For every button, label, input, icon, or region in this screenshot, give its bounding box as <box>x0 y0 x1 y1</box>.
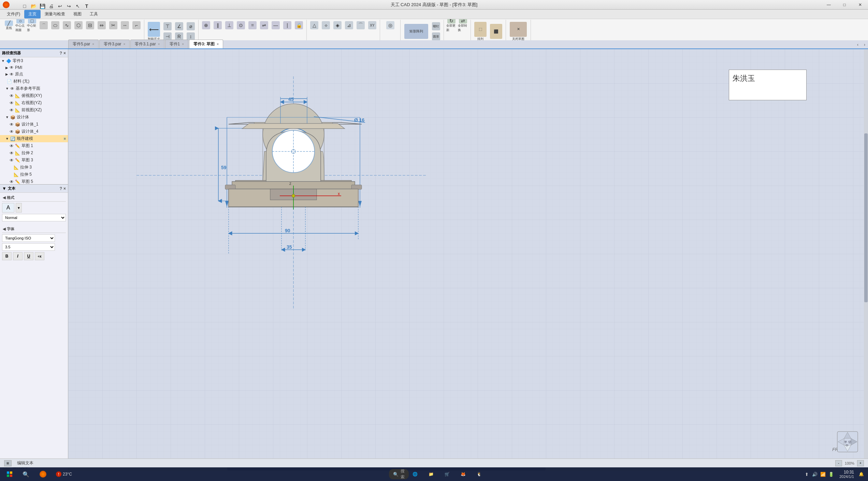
block2-button[interactable]: ⬛ <box>489 20 504 42</box>
smart5-button[interactable]: ⌒ <box>355 20 366 30</box>
tab-part1[interactable]: 零件1 × <box>165 40 189 48</box>
ellipse-button[interactable]: ⬭ <box>50 20 61 30</box>
print-button[interactable]: 🖨 <box>47 2 55 10</box>
start-button[interactable] <box>3 467 16 481</box>
maximize-button[interactable]: □ <box>837 0 852 10</box>
style-dropdown-arrow[interactable]: ▼ <box>16 203 22 213</box>
rect-button[interactable]: □ 中心矩形 <box>27 20 38 30</box>
pointer-button[interactable]: ↖ <box>74 2 82 10</box>
tree-item-frontview[interactable]: 👁📐 前视图(XZ) <box>0 106 68 114</box>
zoom-in-button[interactable]: + <box>857 460 864 466</box>
tab-part3-sketch[interactable]: 零件3: 草图 × <box>189 40 223 48</box>
menu-tools[interactable]: 工具 <box>86 10 102 18</box>
undo-button[interactable]: ↩ <box>56 2 64 10</box>
vertical-scrollbar[interactable] <box>864 49 868 471</box>
tab-close-2[interactable]: × <box>158 42 160 46</box>
notification-button[interactable]: 🔔 <box>859 472 864 477</box>
vertical-button[interactable]: | <box>282 20 293 30</box>
hole-btn[interactable]: ◎ <box>385 20 396 30</box>
offset-button[interactable]: ⊟ <box>85 20 96 30</box>
new-button[interactable]: □ <box>20 2 29 10</box>
menu-file[interactable]: 文件(F) <box>3 10 24 18</box>
panel-help-icon[interactable]: ? <box>60 51 62 56</box>
tree-item-ordered[interactable]: ▼ 🔄 顺序建模 ≡ <box>0 135 68 142</box>
save-button[interactable]: 💾 <box>38 2 46 10</box>
search-taskbar-button[interactable]: 🔍 <box>19 467 33 481</box>
tab-close-1[interactable]: × <box>124 42 126 46</box>
bold-button[interactable]: B <box>2 252 12 260</box>
smart4-button[interactable]: ⊿ <box>344 20 355 30</box>
line-button[interactable]: ╱ 直线 <box>3 20 14 30</box>
smart3-button[interactable]: ◈ <box>332 20 343 30</box>
canvas-area[interactable]: z 45 Ø 16 59 90 35 12 <box>68 49 868 471</box>
extend-button[interactable]: ↔ <box>119 20 130 30</box>
tree-item-pmi[interactable]: ▶ 👁 PMI <box>0 64 68 71</box>
tray-icon-2[interactable]: 🔊 <box>811 471 818 478</box>
search-center-button[interactable]: 🔍 搜索 <box>392 467 406 481</box>
text-panel-close[interactable]: × <box>63 186 66 191</box>
menu-measure[interactable]: 测量与检查 <box>41 10 69 18</box>
underline-button[interactable]: U <box>24 252 33 260</box>
diam-dim-button[interactable]: ⌀ <box>185 21 196 31</box>
font-family-select[interactable]: TiangGong ISO <box>2 234 55 242</box>
strikethrough-button[interactable]: ÷x <box>35 252 44 260</box>
arc-button[interactable]: ⌒ <box>38 20 49 30</box>
tangent-button[interactable]: ⊙ <box>235 20 246 30</box>
tray-icon-3[interactable]: 📶 <box>820 471 826 478</box>
tree-item-topview[interactable]: 👁📐 俯视图(XY) <box>0 92 68 99</box>
close-sketch-button[interactable]: ✕ 关闭草图 <box>508 20 529 42</box>
tab-close-4[interactable]: × <box>217 42 219 46</box>
fix-button[interactable]: 🔒 <box>293 20 304 30</box>
redo-button[interactable]: ↪ <box>65 2 73 10</box>
taskbar-app3[interactable]: 🐧 <box>473 467 486 481</box>
symmetric-button[interactable]: ⇌ <box>259 20 270 30</box>
tab-close-3[interactable]: × <box>182 42 184 46</box>
taskbar-store[interactable]: 🛒 <box>440 467 454 481</box>
taskbar-file[interactable]: 📁 <box>424 467 438 481</box>
tray-icon-4[interactable]: 🔋 <box>828 471 835 478</box>
close-button[interactable]: ✕ <box>852 0 868 10</box>
minimize-button[interactable]: — <box>821 0 837 10</box>
collinear-button[interactable]: ∥ <box>212 20 223 30</box>
tree-item-origin[interactable]: ▶ 👁 原点 <box>0 71 68 78</box>
tab-nav-left[interactable]: ‹ <box>854 40 861 49</box>
menu-view[interactable]: 视图 <box>69 10 86 18</box>
screw-pos-button[interactable]: 螺钉 <box>431 21 442 31</box>
tab-close-0[interactable]: × <box>92 42 94 46</box>
rect-pattern-button[interactable]: 矩形阵列 <box>403 20 430 42</box>
polygon-button[interactable]: ⬡ <box>73 20 84 30</box>
t-button[interactable]: T <box>83 2 91 10</box>
smart2-button[interactable]: ⟡ <box>320 20 331 30</box>
smart-dimension-button[interactable]: ⟵ 智能尺寸 <box>146 20 161 42</box>
tree-item-extrude3[interactable]: 📐 拉伸 3 <box>0 164 68 171</box>
convert-all-button[interactable]: ⇄ 全部转换 <box>458 20 468 30</box>
taskbar-browser[interactable]: 🌐 <box>408 467 422 481</box>
font-size-select[interactable]: 3.5 <box>2 243 55 251</box>
tab-part31[interactable]: 零件3.1.par × <box>130 40 164 48</box>
tab-nav-right[interactable]: › <box>861 40 868 49</box>
tree-item-sketch3[interactable]: 👁✏️ 草图 3 <box>0 157 68 164</box>
clock[interactable]: 10:31 2024/1/1 <box>837 470 857 479</box>
tree-item-rightview[interactable]: 👁📐 右视图(YZ) <box>0 99 68 106</box>
tree-item-baseplanes[interactable]: ▼ 👁 基本参考平面 <box>0 85 68 92</box>
text-panel-help[interactable]: ? <box>60 186 62 191</box>
block-button[interactable]: ⬚ 排列 <box>473 20 488 42</box>
angle-dim-button[interactable]: ∠ <box>174 21 185 31</box>
tree-item-designbody[interactable]: ▼ 📦 设计体 <box>0 114 68 121</box>
tab-part5[interactable]: 零件5.par × <box>68 40 99 48</box>
equal-button[interactable]: = <box>247 20 258 30</box>
coincident-button[interactable]: ⊕ <box>201 20 212 30</box>
tree-item-body1[interactable]: 👁📦 设计体_1 <box>0 121 68 128</box>
style-select[interactable]: Normal <box>2 214 66 221</box>
smart1-button[interactable]: △ <box>309 20 320 30</box>
zoom-out-button[interactable]: - <box>835 460 842 466</box>
taskbar-app2[interactable]: 🦊 <box>457 467 470 481</box>
tree-item-sketch1[interactable]: 👁✏️ 草图 1 <box>0 142 68 149</box>
smart6-button[interactable]: XY <box>367 20 378 30</box>
panel-close-icon[interactable]: × <box>63 51 66 56</box>
circle-button[interactable]: ○ 中心点画圆 <box>15 20 26 30</box>
tray-icon-1[interactable]: ⬆ <box>803 471 810 478</box>
tree-item-extrude2[interactable]: 👁📐 拉伸 2 <box>0 149 68 157</box>
tree-item-body4[interactable]: 👁📦 设计体_4 <box>0 128 68 135</box>
perpendicular-button[interactable]: ⊥ <box>224 20 235 30</box>
